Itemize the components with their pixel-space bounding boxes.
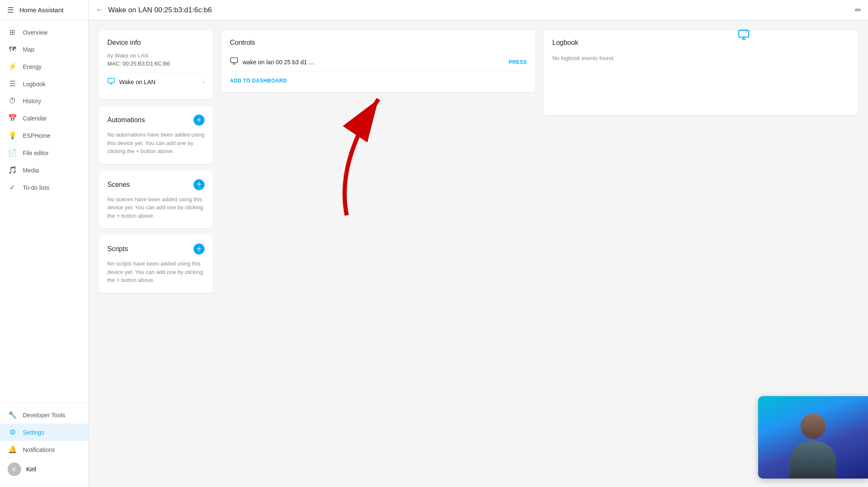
logbook-title: Logbook — [552, 39, 849, 47]
music-icon: 🎵 — [8, 166, 17, 175]
sidebar-item-calendar[interactable]: 📅 Calendar — [0, 109, 88, 127]
controls-title: Controls — [230, 39, 527, 47]
logbook-col: Logbook No logbook events found. — [544, 30, 858, 115]
automations-empty: No automations have been added using thi… — [107, 131, 205, 156]
sidebar-label-history: History — [23, 98, 41, 104]
sidebar-item-settings[interactable]: ⚙ Settings — [0, 424, 88, 441]
sidebar-bottom: 🔧 Developer Tools ⚙ Settings 🔔 Notificat… — [0, 402, 88, 487]
control-item-icon — [230, 57, 238, 67]
sidebar-item-history[interactable]: ⏱ History — [0, 93, 88, 109]
scenes-empty: No scenes have been added using this dev… — [107, 195, 205, 220]
svg-text:z: z — [746, 29, 748, 32]
sidebar-item-developer-tools[interactable]: 🔧 Developer Tools — [0, 406, 88, 424]
bolt-icon: ⚡ — [8, 62, 17, 71]
history-icon: ⏱ — [8, 97, 17, 105]
device-info-mac: MAC: 00:25:B3:D1:6C:B6 — [107, 60, 205, 67]
back-button[interactable]: ← — [96, 5, 103, 14]
sidebar-label-settings: Settings — [23, 429, 44, 436]
sidebar-item-overview[interactable]: ⊞ Overview — [0, 24, 88, 41]
device-info-link[interactable]: Wake on LAN › — [107, 73, 205, 91]
file-icon: 📄 — [8, 148, 17, 157]
sidebar-item-notifications[interactable]: 🔔 Notifications — [0, 441, 88, 458]
sidebar-label-overview: Overview — [23, 29, 47, 36]
scripts-card: Scripts + No scripts have been added usi… — [99, 235, 213, 293]
add-script-button[interactable]: + — [194, 244, 205, 254]
sidebar-header: ☰ Home Assistant — [0, 0, 88, 20]
wrench-icon: 🔧 — [8, 410, 17, 419]
automations-header: Automations + — [107, 115, 205, 126]
sidebar-nav: ⊞ Overview 🗺 Map ⚡ Energy ☰ Logbook ⏱ Hi… — [0, 20, 88, 402]
sidebar-user[interactable]: K Kiril — [0, 458, 88, 480]
sidebar-label-logbook: Logbook — [23, 81, 46, 88]
automations-card: Automations + No automations have been a… — [99, 106, 213, 164]
device-info-card: Device info by Wake on LAN MAC: 00:25:B3… — [99, 30, 213, 99]
scripts-header: Scripts + — [107, 244, 205, 254]
edit-button[interactable]: ✏ — [855, 5, 861, 15]
svg-rect-5 — [108, 78, 115, 83]
calendar-icon: 📅 — [8, 114, 17, 123]
sidebar-item-energy[interactable]: ⚡ Energy — [0, 58, 88, 75]
video-person — [758, 396, 868, 479]
cards-grid: Device info by Wake on LAN MAC: 00:25:B3… — [99, 30, 858, 293]
sidebar-label-energy: Energy — [23, 63, 41, 70]
device-info-by: by Wake on LAN — [107, 52, 205, 59]
device-info-link-left: Wake on LAN — [107, 77, 156, 87]
left-column: Device info by Wake on LAN MAC: 00:25:B3… — [99, 30, 213, 293]
sidebar-user-label: Kiril — [26, 466, 36, 473]
add-to-dashboard-button[interactable]: ADD TO DASHBOARD — [230, 78, 287, 84]
scenes-title: Scenes — [107, 181, 130, 189]
page-title: Wake on LAN 00:25:b3:d1:6c:b6 — [108, 6, 850, 14]
press-button[interactable]: PRESS — [509, 59, 527, 65]
logbook-empty: No logbook events found. — [552, 55, 849, 61]
chevron-right-icon: › — [202, 78, 205, 86]
control-row: wake on lan 00 25 b3 d1 ... PRESS — [230, 52, 527, 72]
video-thumbnail — [758, 396, 868, 479]
sidebar-item-media[interactable]: 🎵 Media — [0, 161, 88, 179]
sidebar: ☰ Home Assistant ⊞ Overview 🗺 Map ⚡ Ener… — [0, 0, 89, 487]
grid-icon: ⊞ — [8, 28, 17, 37]
avatar: K — [8, 462, 21, 476]
menu-icon[interactable]: ☰ — [6, 5, 15, 15]
add-scene-button[interactable]: + — [194, 179, 205, 190]
device-info-title: Device info — [107, 39, 205, 47]
scripts-empty: No scripts have been added using this de… — [107, 260, 205, 285]
scripts-title: Scripts — [107, 245, 128, 253]
sidebar-label-todo: To-do lists — [23, 184, 49, 191]
sidebar-item-todo[interactable]: ✓ To-do lists — [0, 179, 88, 196]
sidebar-label-notifications: Notifications — [23, 446, 55, 453]
controls-col: Controls wake on lan 00 25 b3 d1 ... PRE… — [221, 30, 535, 92]
wol-sleep-icon: z z — [738, 29, 750, 43]
sidebar-label-media: Media — [23, 167, 39, 174]
topbar: ← Wake on LAN 00:25:b3:d1:6c:b6 ✏ — [89, 0, 868, 20]
controls-card: Controls wake on lan 00 25 b3 d1 ... PRE… — [221, 30, 535, 92]
check-icon: ✓ — [8, 183, 17, 192]
sidebar-label-file-editor: File editor — [23, 150, 49, 156]
chip-icon: 💡 — [8, 131, 17, 140]
content-area: z z Device info by Wake on LAN MAC: 00:2… — [89, 20, 868, 487]
sidebar-item-logbook[interactable]: ☰ Logbook — [0, 75, 88, 93]
sidebar-label-calendar: Calendar — [23, 115, 47, 122]
bell-icon: 🔔 — [8, 445, 17, 454]
sidebar-label-developer-tools: Developer Tools — [23, 412, 65, 419]
scenes-header: Scenes + — [107, 179, 205, 190]
control-item-label: wake on lan 00 25 b3 d1 ... — [243, 59, 505, 66]
map-icon: 🗺 — [8, 45, 17, 54]
add-automation-button[interactable]: + — [194, 115, 205, 126]
sidebar-label-esphome: ESPHome — [23, 132, 50, 139]
main-area: ← Wake on LAN 00:25:b3:d1:6c:b6 ✏ z z De… — [89, 0, 868, 487]
device-info-link-label: Wake on LAN — [119, 79, 156, 85]
automations-title: Automations — [107, 116, 145, 124]
wol-link-icon — [107, 77, 115, 87]
sidebar-item-esphome[interactable]: 💡 ESPHome — [0, 127, 88, 144]
sidebar-item-file-editor[interactable]: 📄 File editor — [0, 144, 88, 161]
sidebar-label-map: Map — [23, 46, 34, 53]
sidebar-item-map[interactable]: 🗺 Map — [0, 41, 88, 58]
list-icon: ☰ — [8, 79, 17, 88]
scenes-card: Scenes + No scenes have been added using… — [99, 171, 213, 229]
gear-icon: ⚙ — [8, 428, 17, 437]
app-title: Home Assistant — [19, 6, 63, 14]
logbook-card: Logbook No logbook events found. — [544, 30, 858, 115]
svg-rect-8 — [231, 58, 238, 63]
